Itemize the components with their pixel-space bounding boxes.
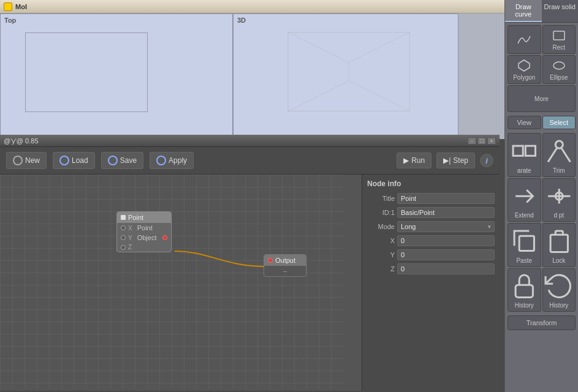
tool-curve[interactable] [508,25,541,54]
info-title-value[interactable]: Point [397,193,495,204]
polygon-icon [517,58,531,73]
port-row-z: Z [117,243,171,252]
info-id-value: Basic/Point [397,207,495,218]
step-button[interactable]: ▶| Step [436,153,475,168]
info-id-label: ID:1 [367,209,395,216]
info-z-value[interactable]: 0 [397,263,495,274]
rect-icon [552,28,566,43]
ne-close[interactable]: × [487,137,496,145]
info-row-mode: Mode Long ▾ [367,221,495,232]
tool-ellipse[interactable]: Ellipse [542,55,576,84]
apply-button[interactable]: Apply [150,152,194,169]
trim-icon [544,136,574,166]
copy-icon [509,226,539,256]
tool-lock[interactable]: History [508,268,541,312]
lock-icon [509,271,539,301]
port-y-value: Object [137,234,157,241]
port-y-label: Y [128,235,132,241]
tool-trim[interactable]: Trim [542,133,576,177]
svg-rect-9 [553,31,565,40]
add-pt-icon [544,181,574,211]
viewport-top[interactable]: Top [0,13,233,139]
separate-icon [509,136,539,166]
tool-paste[interactable]: Lock [542,223,576,267]
info-mode-value: Long [401,223,416,230]
port-output-dot[interactable] [162,235,167,240]
load-icon [59,156,69,165]
info-x-value[interactable]: 0 [397,235,495,246]
port-x-label: X [128,225,132,232]
point-node[interactable]: Point X Point Y Object Z [116,211,172,252]
draw-tabs: Draw curve Draw solid [505,0,578,23]
viewport-3d-perspective-lines [234,14,458,138]
output-node-header: Output [264,255,306,266]
tool-add-pt[interactable]: d pt [542,178,576,222]
chevron-down-icon: ▾ [488,224,491,230]
node-editor-window: @'y'@ 0.85 - □ × New Load Save Apply ▶ R… [0,135,500,391]
new-button[interactable]: New [6,152,47,169]
node-editor-title: @'y'@ 0.85 [4,137,39,145]
info-mode-label: Mode [367,223,395,230]
new-icon [13,156,23,165]
svg-line-7 [349,81,409,111]
svg-rect-13 [525,146,535,156]
port-z-dot [121,245,126,250]
select-button[interactable]: Select [542,116,576,129]
load-button[interactable]: Load [53,152,95,169]
svg-line-15 [561,148,570,162]
node-canvas[interactable]: Point X Point Y Object Z [0,175,343,389]
output-node-title: Output [275,257,295,264]
port-z-label: Z [128,244,132,251]
svg-point-11 [553,62,565,69]
tab-draw-solid[interactable]: Draw solid [542,0,579,22]
node-toolbar: New Load Save Apply ▶ Run ▶| Step i [0,147,500,175]
info-button[interactable]: i [480,154,493,167]
info-row-title: Title Point [367,193,495,204]
tool-extend[interactable]: Extend [508,178,541,222]
ne-minimize[interactable]: - [468,137,476,145]
node-editor-content: Point X Point Y Object Z [0,175,500,391]
info-y-label: Y [367,251,395,258]
node-info-panel: Node info Title Point ID:1 Basic/Point M… [362,175,500,391]
info-x-label: X [367,237,395,244]
output-node[interactable]: Output -- [264,254,306,277]
output-node-in-port [268,258,273,263]
info-row-z: Z 0 [367,263,495,274]
tool-history[interactable]: History [542,268,576,312]
info-mode-select[interactable]: Long ▾ [397,221,495,232]
tool-separate[interactable]: arate [508,133,541,177]
transform-button[interactable]: Transform [508,315,576,330]
view-button[interactable]: View [508,116,541,129]
view-select-row: View Select [505,115,578,130]
tool-rect[interactable]: Rect [542,25,576,54]
viewport-top-rect [25,32,148,112]
info-y-value[interactable]: 0 [397,249,495,260]
viewport-area: Top 3D [0,13,578,139]
node-info-title: Node info [367,179,495,188]
viewport-3d[interactable]: 3D [233,13,458,139]
svg-line-6 [288,81,349,111]
right-tools-panel: Draw curve Draw solid Rect Polygon [504,0,578,392]
apply-icon [156,156,166,165]
step-icon: ▶| [443,156,451,165]
curve-icon [517,32,531,47]
info-row-y: Y 0 [367,249,495,260]
point-node-header: Point [117,212,171,223]
info-title-label: Title [367,195,395,202]
app-title: MoI [15,3,27,10]
node-editor-window-controls: - □ × [468,137,496,145]
tool-copy[interactable]: Paste [508,223,541,267]
tool-more[interactable]: More [508,85,576,112]
svg-line-4 [288,32,349,63]
toolbar-right: ▶ Run ▶| Step i [397,153,493,168]
save-button[interactable]: Save [101,152,143,169]
svg-marker-10 [519,60,530,71]
ne-maximize[interactable]: □ [477,137,486,145]
transform-tools: arate Trim Extend d pt [505,130,578,314]
port-x-dot [121,225,126,230]
tab-draw-curve[interactable]: Draw curve [505,0,542,22]
tool-polygon[interactable]: Polygon [508,55,541,84]
run-button[interactable]: ▶ Run [397,153,432,168]
wire-svg [0,175,343,389]
run-play-icon: ▶ [403,156,409,165]
